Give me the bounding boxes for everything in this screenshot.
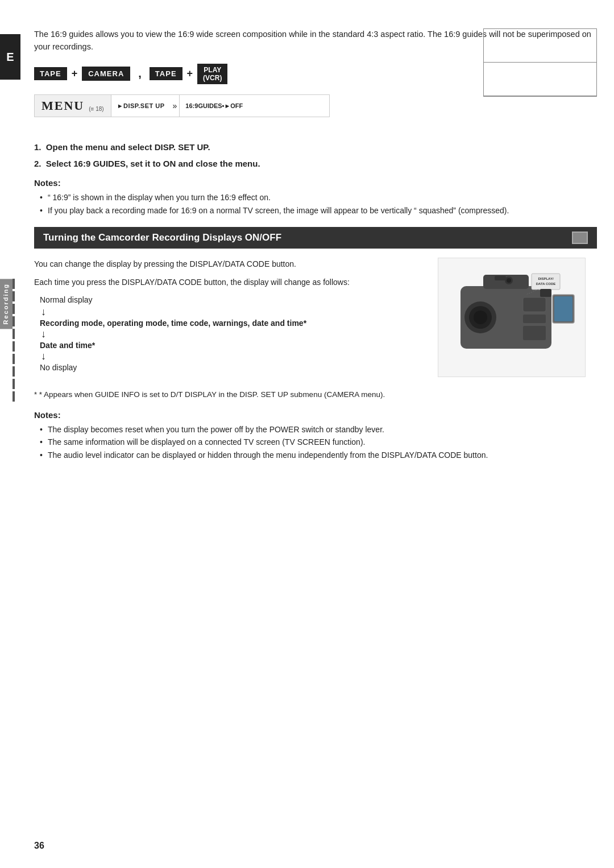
notes-list-2: The display becomes reset when you turn …: [34, 423, 597, 461]
arrow-down-3: ↓: [41, 351, 426, 361]
svg-point-4: [474, 311, 487, 324]
box-line-2: [484, 63, 596, 96]
top-right-box-inner: [484, 29, 596, 96]
svg-rect-13: [523, 297, 546, 312]
menu-label: MENU (≡ 18): [35, 95, 111, 117]
menu-guides-text: 16:9GUIDES•►OFF: [185, 102, 243, 109]
two-col-layout: You can change the display by pressing t…: [34, 258, 597, 377]
display-item-4: No display: [40, 363, 77, 372]
step-1: 1. Open the menu and select DISP. SET UP…: [34, 141, 597, 154]
camera-button: CAMERA: [82, 67, 130, 81]
camcorder-para-1-text: You can change the display by pressing t…: [34, 259, 296, 268]
menu-word: MENU: [42, 98, 84, 113]
page-number: 36: [34, 841, 44, 851]
display-item-1: Normal display: [40, 295, 93, 304]
recording-tab-label: Recording: [2, 283, 9, 324]
svg-text:DISPLAY/: DISPLAY/: [538, 277, 553, 280]
menu-item-disp: ►DISP.SET UP: [111, 95, 171, 117]
e-tab: E: [0, 34, 20, 80]
footnote-text: * Appears when GUIDE INFO is set to D/T …: [39, 390, 385, 399]
top-right-decorative-box: [483, 28, 597, 97]
arrow-down-2: ↓: [41, 329, 426, 339]
play-label: PLAY: [204, 66, 221, 74]
note-2-item-2: The same information will be displayed o…: [40, 436, 597, 448]
display-item-3: Date and time*: [40, 341, 95, 350]
section-header: Turning the Camcorder Recording Displays…: [34, 227, 597, 249]
menu-arrow-2: »: [173, 101, 177, 110]
menu-row: MENU (≡ 18) ►DISP.SET UP » 16:9GUIDES•►O…: [34, 94, 330, 117]
footnote-star: *: [34, 390, 39, 399]
camcorder-para-2: Each time you press the DISPLAY/DATA COD…: [34, 276, 426, 288]
svg-point-11: [507, 278, 511, 283]
col-left: You can change the display by pressing t…: [34, 258, 426, 377]
note-2-item-1: The display becomes reset when you turn …: [40, 423, 597, 436]
vcr-label: (VCR): [203, 74, 222, 82]
plus-sign-2: +: [187, 68, 193, 80]
notes-title-1: Notes:: [34, 178, 597, 188]
svg-rect-6: [554, 296, 572, 321]
note-1-item-2: If you play back a recording made for 16…: [40, 204, 597, 217]
camcorder-para-1: You can change the display by pressing t…: [34, 258, 426, 270]
play-vcr-button: PLAY (VCR): [197, 64, 227, 85]
display-sequence: Normal display ↓ Recording mode, operati…: [40, 295, 426, 374]
recording-tab: Recording: [0, 279, 13, 329]
camcorder-para-2-text: Each time you press the DISPLAY/DATA COD…: [34, 278, 350, 287]
notes-list-1: “ 16:9” is shown in the display when you…: [34, 191, 597, 217]
svg-text:DATA CODE: DATA CODE: [536, 282, 556, 286]
svg-rect-14: [523, 315, 546, 323]
note-2-item-3: The audio level indicator can be display…: [40, 449, 597, 461]
col-right: DISPLAY/ DATA CODE: [438, 258, 597, 377]
note-1-item-1: “ 16:9” is shown in the display when you…: [40, 191, 597, 204]
tape-button-2: TAPE: [150, 67, 182, 80]
box-line-1: [484, 29, 596, 63]
e-tab-label: E: [6, 51, 14, 64]
side-lines-decoration: [13, 279, 15, 404]
menu-item-guides: 16:9GUIDES•►OFF: [179, 95, 248, 117]
step-2: 2. Select 16:9 GUIDES, set it to ON and …: [34, 158, 597, 171]
camera-svg: DISPLAY/ DATA CODE: [443, 263, 580, 371]
svg-rect-16: [495, 276, 506, 280]
arrow-down-1: ↓: [41, 307, 426, 317]
svg-rect-7: [532, 274, 560, 290]
page-container: E Recording The 16:9 guides allows you t…: [0, 0, 614, 868]
svg-rect-15: [523, 326, 546, 340]
camera-illustration: DISPLAY/ DATA CODE: [438, 258, 586, 377]
display-item-2: Recording mode, operating mode, time cod…: [40, 319, 306, 328]
menu-sub: (≡ 18): [89, 106, 103, 113]
menu-arrow-1: ►DISP.SET UP: [117, 102, 165, 109]
comma-separator: ,: [138, 67, 142, 80]
notes-title-2: Notes:: [34, 410, 597, 420]
tape-button-1: TAPE: [34, 67, 67, 80]
plus-sign-1: +: [72, 68, 78, 80]
svg-rect-17: [540, 289, 551, 297]
footnote: * * Appears when GUIDE INFO is set to D/…: [34, 388, 597, 401]
section-title: Turning the Camcorder Recording Displays…: [43, 232, 281, 243]
menu-item-arrow: »: [171, 101, 180, 110]
section-header-icon: [572, 232, 588, 244]
